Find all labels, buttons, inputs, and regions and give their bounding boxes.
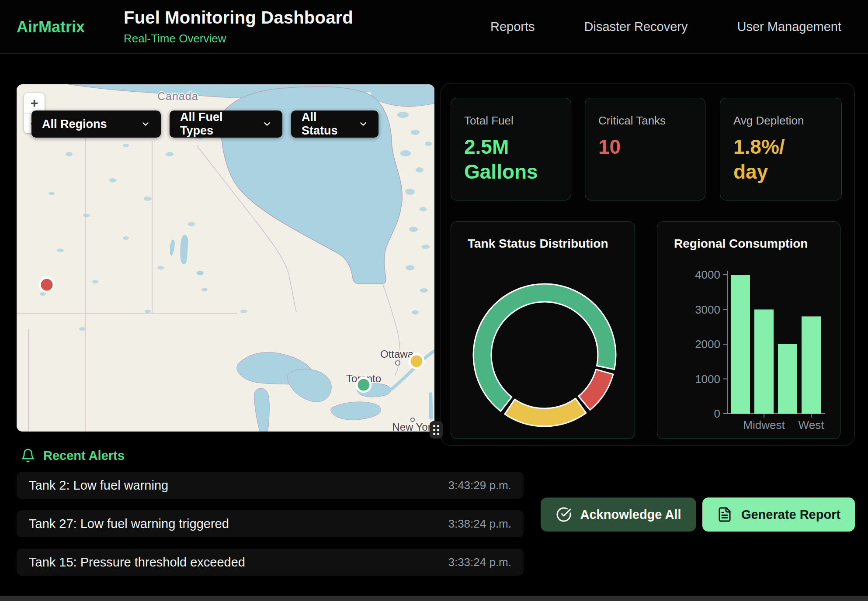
alert-row[interactable]: Tank 15: Pressure threshold exceeded 3:3… [17,549,524,576]
tank-status-chart-card: Tank Status Distribution [451,221,635,439]
fuel-type-filter-dropdown[interactable]: All Fuel Types [170,111,282,138]
alert-timestamp: 3:38:24 p.m. [448,517,511,531]
ottawa-town-dot [396,361,400,365]
chart-title: Regional Consumption [674,237,808,251]
acknowledge-all-button[interactable]: Acknowledge All [541,497,696,532]
title-block: Fuel Monitoring Dashboard Real-Time Over… [124,8,353,45]
nav-disaster-recovery[interactable]: Disaster Recovery [584,20,688,34]
chevron-down-icon [358,119,368,129]
tank-status-donut-chart [451,222,635,439]
file-text-icon [717,507,733,522]
svg-text:4000: 4000 [695,268,720,281]
regional-consumption-chart-card: Regional Consumption 01000200030004000Mi… [657,221,840,439]
newyork-town-dot [411,418,414,421]
map-label-ottawa: Ottawa [380,348,414,360]
region-filter-value: All Regions [42,117,107,131]
header: AirMatrix Fuel Monitoring Dashboard Real… [0,0,868,54]
map-label-newyork: New York [392,421,434,432]
page-subtitle: Real-Time Overview [124,32,353,45]
regional-consumption-bar-chart: 01000200030004000MidwestWest [657,222,841,439]
brand-logo: AirMatrix [17,18,85,36]
tank-marker-critical[interactable] [40,278,54,292]
alert-row[interactable]: Tank 2: Low fuel warning 3:43:29 p.m. [17,472,524,499]
bell-icon [21,448,35,463]
svg-text:1000: 1000 [695,373,720,386]
stat-label: Critical Tanks [598,114,692,128]
stat-card-avg-depletion: Avg Depletion 1.8%/day [720,98,842,200]
check-circle-icon [556,507,572,522]
chevron-down-icon [141,119,150,129]
fuel-type-filter-value: All Fuel Types [180,111,251,138]
chart-title: Tank Status Distribution [468,237,608,251]
status-filter-value: All Status [302,111,347,138]
map-wrap: Canada Ottawa Toronto New York + − Al [17,84,434,432]
generate-report-label: Generate Report [741,508,840,522]
page-title: Fuel Monitoring Dashboard [124,8,353,28]
alert-timestamp: 3:33:24 p.m. [448,556,511,569]
tank-marker-warning[interactable] [410,354,424,368]
stat-label: Total Fuel [464,114,558,128]
stat-label: Avg Depletion [733,114,828,128]
resize-grip-icon[interactable] [430,421,443,439]
alert-message: Tank 2: Low fuel warning [29,478,168,493]
map-filters: All Regions All Fuel Types All Status [31,111,378,138]
stat-value: 1.8%/day [733,135,828,184]
svg-text:3000: 3000 [695,303,720,316]
stat-card-critical-tanks: Critical Tanks 10 [585,98,705,200]
tank-marker-normal[interactable] [357,378,371,392]
stat-value: 10 [598,135,692,159]
alert-message: Tank 15: Pressure threshold exceeded [29,555,245,570]
svg-text:2000: 2000 [695,338,720,351]
fuel-monitoring-dashboard: AirMatrix Fuel Monitoring Dashboard Real… [0,0,868,601]
bottom-scrollbar[interactable] [0,596,868,601]
chevron-down-icon [262,119,272,129]
map-canvas[interactable]: Canada Ottawa Toronto New York + − Al [17,84,434,432]
metrics-panel: Total Fuel 2.5MGallons Critical Tanks 10… [441,83,855,446]
top-nav: Reports Disaster Recovery User Managemen… [490,0,841,54]
status-filter-dropdown[interactable]: All Status [291,111,378,138]
alert-message: Tank 27: Low fuel warning triggered [29,517,229,531]
map-label-canada: Canada [157,90,198,102]
stat-value: 2.5MGallons [464,135,558,184]
generate-report-button[interactable]: Generate Report [702,497,855,532]
svg-text:Midwest: Midwest [743,418,785,432]
svg-text:0: 0 [714,407,720,420]
svg-text:West: West [799,418,825,432]
nav-user-management[interactable]: User Management [737,20,841,34]
stat-card-total-fuel: Total Fuel 2.5MGallons [451,98,571,200]
acknowledge-all-label: Acknowledge All [580,508,681,522]
alert-row[interactable]: Tank 27: Low fuel warning triggered 3:38… [17,510,524,537]
alert-timestamp: 3:43:29 p.m. [448,479,511,492]
alerts-heading: Recent Alerts [21,448,125,463]
alerts-heading-label: Recent Alerts [43,449,125,463]
region-filter-dropdown[interactable]: All Regions [31,111,161,138]
nav-reports[interactable]: Reports [490,20,535,34]
